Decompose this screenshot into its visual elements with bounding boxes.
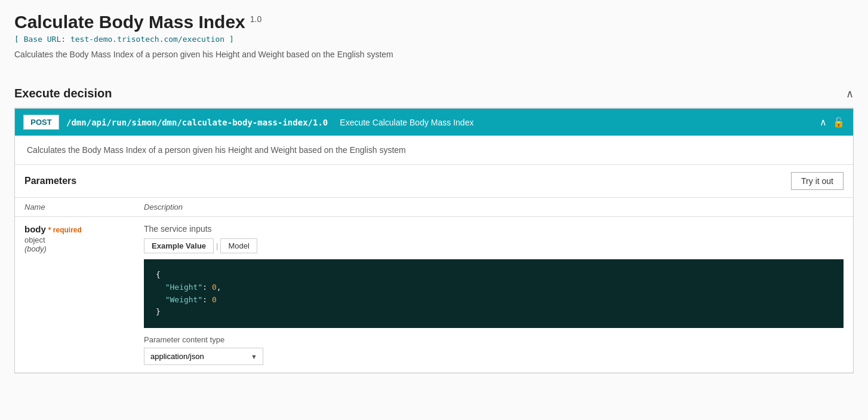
execute-section-header[interactable]: Execute decision ∧ (14, 77, 854, 108)
code-height-key: "Height" (165, 283, 203, 292)
param-name-cell: body* required object (body) (24, 224, 144, 253)
code-brace-close: } (156, 307, 161, 316)
content-type-select[interactable]: application/json (144, 348, 263, 365)
parameters-section: Parameters Try it out Name Description b… (15, 165, 853, 373)
content-type-label: Parameter content type (144, 335, 844, 344)
endpoint-path: /dmn/api/run/simon/dmn/calculate-body-ma… (66, 118, 328, 127)
param-type: object (24, 235, 144, 244)
param-description-cell: The service inputs Example Value | Model… (144, 224, 844, 365)
tab-separator: | (214, 241, 220, 250)
execute-section-title: Execute decision (14, 87, 112, 100)
col-description-header: Description (144, 203, 844, 211)
parameters-header: Parameters Try it out (15, 165, 853, 198)
param-required: * required (48, 226, 82, 234)
method-badge: POST (23, 115, 59, 130)
page-container: Calculate Body Mass Index 1.0 [ Base URL… (0, 0, 868, 385)
model-tab[interactable]: Model (220, 238, 257, 253)
code-height-val: 0 (212, 283, 217, 292)
code-weight-val: 0 (212, 295, 217, 304)
example-value-tab[interactable]: Example Value (144, 238, 214, 253)
col-name-header: Name (24, 203, 144, 211)
code-block: { "Height": 0, "Weight": 0 } (144, 259, 844, 328)
code-weight-key: "Weight" (165, 295, 203, 304)
lock-icon[interactable]: 🔓 (833, 117, 845, 128)
endpoint-collapse-icon[interactable]: ∧ (820, 117, 827, 128)
param-location: (body) (24, 244, 144, 253)
parameters-title: Parameters (24, 176, 76, 186)
execute-section-chevron[interactable]: ∧ (846, 87, 854, 100)
param-name: body* required (24, 224, 82, 234)
page-description: Calculates the Body Mass Index of a pers… (14, 50, 854, 59)
code-brace-open: { (156, 270, 161, 279)
try-it-out-button[interactable]: Try it out (791, 172, 844, 190)
content-type-select-wrapper: application/json (144, 348, 263, 365)
page-title-area: Calculate Body Mass Index 1.0 (14, 12, 854, 32)
example-model-tabs: Example Value | Model (144, 238, 844, 253)
page-title: Calculate Body Mass Index (14, 12, 245, 32)
base-url: [ Base URL: test-demo.trisotech.com/exec… (14, 35, 854, 44)
param-description: The service inputs (144, 224, 844, 234)
endpoint-block: POST /dmn/api/run/simon/dmn/calculate-bo… (14, 108, 854, 373)
table-row: body* required object (body) The service… (15, 217, 853, 373)
params-table-header: Name Description (15, 198, 853, 217)
endpoint-header[interactable]: POST /dmn/api/run/simon/dmn/calculate-bo… (15, 109, 853, 136)
endpoint-summary: Execute Calculate Body Mass Index (340, 118, 473, 127)
endpoint-description: Calculates the Body Mass Index of a pers… (15, 136, 853, 165)
endpoint-header-right: ∧ 🔓 (820, 117, 845, 128)
version-badge: 1.0 (250, 14, 261, 24)
